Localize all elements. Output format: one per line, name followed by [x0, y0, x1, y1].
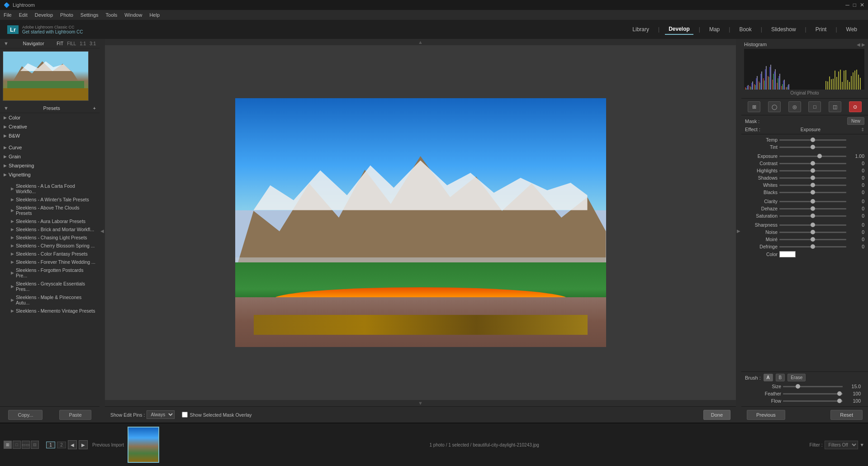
brush-size-slider[interactable]	[783, 386, 843, 387]
list-item[interactable]: ▶Sleeklens - Forever Thine Wedding ...	[0, 258, 100, 266]
left-collapse-arrow[interactable]: ◀	[100, 39, 105, 423]
preset-group-color[interactable]: ▶ Color	[0, 113, 100, 122]
view-icon-compare[interactable]: ▭▭	[22, 441, 30, 449]
nav-fill[interactable]: FILL	[67, 41, 76, 46]
adj-clarity-slider[interactable]	[779, 201, 846, 202]
preset-group-creative[interactable]: ▶ Creative	[0, 122, 100, 131]
logo-action[interactable]: Get started with Lightroom CC	[22, 29, 83, 34]
nav-fit[interactable]: FIT	[57, 41, 63, 46]
filmstrip-next-btn[interactable]: ▶	[79, 440, 88, 449]
view-icon-grid[interactable]: ⊞	[4, 441, 12, 449]
presets-add-btn[interactable]: +	[93, 105, 96, 111]
histogram-arrows[interactable]: ◀ ▶	[857, 42, 865, 47]
menu-file[interactable]: File	[4, 12, 12, 18]
brush-feather-slider[interactable]	[783, 393, 843, 395]
nav-book[interactable]: Book	[735, 24, 755, 34]
adj-temp-slider[interactable]	[779, 139, 846, 141]
filmstrip-num-1[interactable]: 1	[46, 442, 55, 448]
view-icon-loupe[interactable]: □	[13, 441, 21, 449]
adj-tint-slider[interactable]	[779, 147, 846, 148]
maximize-btn[interactable]: □	[853, 2, 856, 8]
preset-group-vignetting[interactable]: ▶ Vignetting	[0, 170, 100, 179]
effect-value[interactable]: Exposure	[801, 127, 821, 132]
list-item[interactable]: ▶Sleeklens - Memento Vintage Presets	[0, 307, 100, 315]
preset-group-sharpening[interactable]: ▶ Sharpening	[0, 161, 100, 170]
close-btn[interactable]: ✕	[860, 2, 864, 8]
adj-whites-slider[interactable]	[779, 185, 846, 186]
nav-slideshow[interactable]: Slideshow	[768, 24, 800, 34]
nav-print[interactable]: Print	[812, 24, 830, 34]
view-icon-survey[interactable]: ⊟	[31, 441, 39, 449]
adj-contrast-slider[interactable]	[779, 163, 846, 164]
list-item[interactable]: ▶Sleeklens - Chasing Light Presets	[0, 233, 100, 242]
adj-defringe-slider[interactable]	[779, 246, 846, 247]
list-item[interactable]: ▶Sleeklens - A La Carta Food Workflo...	[0, 182, 100, 195]
preset-group-curve[interactable]: ▶ Curve	[0, 143, 100, 152]
adj-saturation-slider[interactable]	[779, 215, 846, 217]
list-item[interactable]: ▶Sleeklens - Greyscale Essentials Pres..…	[0, 280, 100, 293]
tool-square[interactable]: □	[808, 101, 821, 112]
done-button[interactable]: Done	[703, 410, 730, 420]
nav-3-1[interactable]: 3:1	[90, 41, 96, 46]
presets-header[interactable]: ▼ Presets +	[0, 104, 100, 113]
preset-group-grain[interactable]: ▶ Grain	[0, 152, 100, 161]
top-collapse-arrow[interactable]: ▲	[105, 39, 736, 45]
adj-noise-slider[interactable]	[779, 232, 846, 233]
tool-brush[interactable]: ⊙	[849, 101, 862, 112]
list-item[interactable]: ▶Sleeklens - Maple & Pinecones Autu...	[0, 293, 100, 307]
adj-moire-slider[interactable]	[779, 239, 846, 240]
filter-dropdown-arrow[interactable]: ▼	[860, 442, 864, 447]
nav-1-1[interactable]: 1:1	[80, 41, 86, 46]
paste-button[interactable]: Paste	[59, 410, 91, 420]
adj-sharpness-slider[interactable]	[779, 224, 846, 226]
menu-photo[interactable]: Photo	[60, 12, 73, 18]
adj-dehaze-slider[interactable]	[779, 208, 846, 209]
brush-flow-slider[interactable]	[783, 400, 843, 402]
preset-group-bw[interactable]: ▶ B&W	[0, 131, 100, 140]
tool-circle[interactable]: ◯	[768, 101, 781, 112]
brush-erase-btn[interactable]: Erase	[787, 374, 806, 381]
nav-library[interactable]: Library	[629, 24, 653, 34]
tool-range[interactable]: ◫	[829, 101, 841, 112]
mask-new-button[interactable]: New	[847, 117, 864, 125]
menu-tools[interactable]: Tools	[106, 12, 118, 18]
show-mask-checkbox[interactable]	[182, 412, 188, 418]
menu-window[interactable]: Window	[124, 12, 142, 18]
filmstrip-num-2[interactable]: 2	[57, 442, 66, 448]
brush-a-btn[interactable]: A	[764, 374, 773, 381]
list-item[interactable]: ▶Sleeklens - Brick and Mortar Workfl...	[0, 225, 100, 233]
adj-highlights-slider[interactable]	[779, 170, 846, 171]
minimize-btn[interactable]: ─	[845, 2, 849, 8]
list-item[interactable]: ▶Sleeklens - Above The Clouds Presets	[0, 204, 100, 217]
tool-radial[interactable]: ◎	[788, 101, 801, 112]
menu-help[interactable]: Help	[149, 12, 160, 18]
menu-develop[interactable]: Develop	[35, 12, 53, 18]
reset-button[interactable]: Reset	[830, 410, 863, 420]
bottom-collapse-arrow[interactable]: ▼	[105, 400, 736, 406]
adj-exposure-slider[interactable]	[779, 156, 846, 157]
right-collapse-arrow[interactable]: ▶	[736, 39, 741, 423]
brush-b-btn[interactable]: B	[776, 374, 785, 381]
filmstrip-prev-import[interactable]: Previous Import	[92, 442, 124, 447]
nav-map[interactable]: Map	[706, 24, 723, 34]
list-item[interactable]: ▶Sleeklens - Aura Laborar Presets	[0, 217, 100, 225]
copy-button[interactable]: Copy...	[8, 410, 43, 420]
filmstrip-thumbnail[interactable]	[128, 427, 159, 463]
navigator-header[interactable]: ▼ Navigator FIT FILL 1:1 3:1	[0, 39, 100, 48]
list-item[interactable]: ▶Sleeklens - A Winter's Tale Presets	[0, 195, 100, 204]
list-item[interactable]: ▶Sleeklens - Forgotten Postcards Pre...	[0, 266, 100, 280]
tool-grid[interactable]: ⊞	[748, 101, 760, 112]
list-item[interactable]: ▶Sleeklens - Color Fantasy Presets	[0, 250, 100, 258]
menu-edit[interactable]: Edit	[19, 12, 28, 18]
nav-develop[interactable]: Develop	[665, 24, 693, 35]
filmstrip-prev-btn[interactable]: ◀	[68, 440, 77, 449]
list-item[interactable]: ▶Sleeklens - Cherry Blossom Spring ...	[0, 242, 100, 250]
adj-shadows-slider[interactable]	[779, 177, 846, 179]
nav-web[interactable]: Web	[843, 24, 861, 34]
menu-settings[interactable]: Settings	[81, 12, 99, 18]
color-swatch[interactable]	[779, 251, 796, 257]
adj-blacks-slider[interactable]	[779, 192, 846, 193]
filter-select[interactable]: Filters Off	[825, 441, 858, 449]
previous-button[interactable]: Previous	[747, 410, 785, 420]
edit-pins-select[interactable]: Always	[147, 410, 175, 419]
